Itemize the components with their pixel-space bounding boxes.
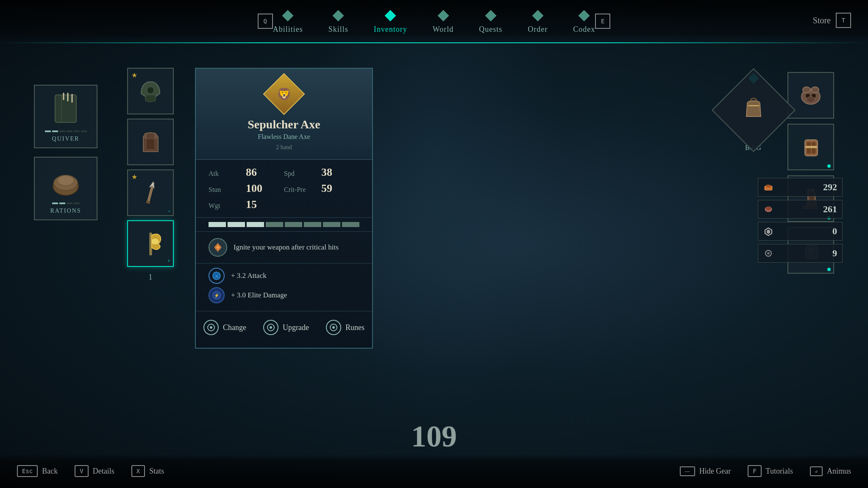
perk-row: Ignite your weapon after critical hits (209, 238, 359, 257)
tutorials-key: F (748, 465, 761, 477)
nav-left-key[interactable]: Q (258, 14, 273, 29)
center-left-panel: ★ ★ + + 1 (127, 68, 174, 283)
tutorials-action[interactable]: F Tutorials (748, 465, 793, 477)
svg-point-44 (807, 97, 815, 103)
resource-row-1: 292 (758, 178, 843, 197)
change-button[interactable]: Change (203, 320, 246, 335)
pip-2 (228, 222, 245, 227)
resource-2-value: 261 (823, 204, 837, 215)
resource-4-value: 9 (832, 248, 837, 259)
item-type: Flawless Dane Axe (209, 133, 359, 141)
bonus-1-icon: ⚔ (209, 268, 225, 284)
crit-stat: Crit-Pre 59 (284, 182, 359, 195)
details-label: Details (93, 467, 114, 476)
rations-icon (47, 163, 85, 201)
hide-gear-label: Hide Gear (699, 467, 731, 476)
quests-label: Quests (479, 25, 502, 34)
bonus-section: ⚔ + 3.2 Attack ⚡ + 3.0 Elite Damage (196, 263, 372, 311)
details-action[interactable]: V Details (75, 465, 114, 477)
store-button[interactable]: Store T (813, 13, 851, 28)
perk-text: Ignite your weapon after critical hits (234, 243, 339, 252)
perk-section: Ignite your weapon after critical hits (196, 232, 372, 263)
animus-action[interactable]: ↺ Animus (810, 466, 851, 476)
upgrade-bar (196, 218, 372, 232)
stats-label: Stats (149, 467, 164, 476)
nav-item-order[interactable]: Order (528, 9, 548, 34)
spear-star: ★ (131, 173, 137, 181)
axe-slot[interactable]: + (127, 220, 174, 267)
crest-symbol: 🦁 (277, 87, 292, 101)
bottom-right-actions: —— Hide Gear F Tutorials ↺ Animus (680, 465, 851, 477)
nav-item-inventory[interactable]: Inventory (374, 9, 407, 34)
bonus-1-text: + 3.2 Attack (231, 272, 267, 280)
tutorials-label: Tutorials (766, 467, 793, 476)
stats-key: X (131, 465, 145, 477)
resource-row-4: 9 (758, 244, 843, 263)
change-icon (203, 320, 219, 335)
item-name: Sepulcher Axe (209, 118, 359, 131)
bag-slot[interactable] (712, 68, 796, 152)
bracers-slot[interactable] (787, 124, 834, 170)
upgrade-button[interactable]: Upgrade (263, 320, 309, 335)
helmet-icon (137, 78, 164, 105)
inventory-label: Inventory (374, 25, 407, 34)
wgt-stat: Wgt 15 (209, 198, 284, 211)
stats-action[interactable]: X Stats (131, 465, 164, 477)
svg-point-61 (767, 252, 770, 255)
inventory-icon (384, 9, 397, 22)
rations-slot[interactable]: RATIONS (34, 157, 97, 220)
torso-slot[interactable] (127, 119, 174, 165)
abilities-icon (281, 9, 295, 22)
atk-stat: Atk 86 (209, 166, 284, 179)
svg-rect-14 (55, 95, 76, 122)
svg-rect-48 (806, 146, 817, 148)
svg-point-22 (147, 87, 154, 94)
quiver-slot[interactable]: QUIVER (34, 85, 97, 148)
world-label: World (433, 25, 454, 34)
resources-panel: 292 261 0 9 (758, 178, 843, 263)
axe-icon (136, 229, 165, 258)
hide-gear-key: —— (680, 466, 695, 476)
item-crest: 🦁 (263, 73, 305, 115)
bear-head-slot[interactable] (787, 72, 834, 119)
nav-item-abilities[interactable]: Abilities (273, 9, 303, 34)
pip-4 (266, 222, 283, 227)
nav-item-quests[interactable]: Quests (479, 9, 502, 34)
runes-button[interactable]: Runes (326, 320, 364, 335)
nav-items-container: Abilities Skills Inventory (273, 9, 595, 34)
animus-label: Animus (827, 467, 851, 476)
order-label: Order (528, 25, 548, 34)
details-key: V (75, 465, 88, 477)
helmet-star: ★ (131, 71, 137, 79)
svg-point-36 (270, 326, 272, 329)
left-equipment-panel: QUIVER RATIONS (34, 85, 97, 220)
item-stats: Atk 86 Spd 38 Stun 100 Crit-Pre 59 Wgt 1… (196, 160, 372, 218)
resource-4-icon (763, 248, 773, 258)
svg-rect-55 (766, 185, 771, 187)
world-icon (437, 9, 450, 22)
hide-gear-action[interactable]: —— Hide Gear (680, 466, 731, 476)
helmet-slot[interactable]: ★ (127, 68, 174, 114)
nav-item-world[interactable]: World (433, 9, 454, 34)
upgrade-icon (263, 320, 278, 335)
nav-item-codex[interactable]: Codex (573, 9, 595, 34)
spear-slot[interactable]: ★ + (127, 169, 174, 216)
svg-text:⚔: ⚔ (215, 274, 219, 278)
nav-item-skills[interactable]: Skills (328, 9, 348, 34)
pip-5 (285, 222, 302, 227)
runes-icon (326, 320, 341, 335)
animus-key: ↺ (810, 466, 823, 476)
nav-bar: Q Abilities Skills (0, 0, 868, 42)
pip-8 (342, 222, 359, 227)
resource-row-3: 0 (758, 222, 843, 241)
slot-number: 1 (127, 271, 174, 283)
back-action[interactable]: Esc Back (17, 465, 58, 477)
nav-right-key[interactable]: E (595, 14, 610, 29)
bonus-2-icon: ⚡ (209, 287, 225, 303)
resource-1-value: 292 (823, 182, 837, 193)
svg-point-41 (811, 87, 819, 93)
item-panel-header: 🦁 Sepulcher Axe Flawless Dane Axe 2 hand (196, 69, 372, 160)
svg-rect-23 (146, 139, 155, 150)
upgrade-label: Upgrade (283, 323, 309, 332)
back-key: Esc (17, 465, 38, 477)
